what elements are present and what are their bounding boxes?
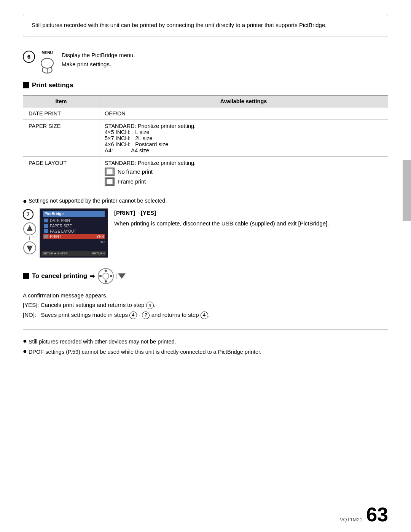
cancel-desc-block: A confirmation message appears. [YES]: C… xyxy=(23,291,388,320)
cancel-heading-row: To cancel printing ➡ xyxy=(23,268,388,284)
bullet-note1: ● Settings not supported by the printer … xyxy=(23,198,388,204)
bottom-note2-text: DPOF settings (P.59) cannot be used whil… xyxy=(29,348,261,356)
frame-text: Frame print xyxy=(118,179,146,185)
screen-item-page-layout: PAGE LAYOUT xyxy=(43,229,105,234)
svg-point-14 xyxy=(105,280,107,283)
bottom-bullet2-icon: ● xyxy=(23,348,27,355)
heading-square-icon xyxy=(23,82,29,88)
screen-item-print: PRINT YES xyxy=(43,234,105,239)
print-arrow-text: [PRINT]→[YES] xyxy=(114,209,156,216)
bottom-note1-text: Still pictures recorded with other devic… xyxy=(29,337,176,346)
svg-marker-10 xyxy=(27,246,33,252)
svg-rect-2 xyxy=(105,168,114,175)
col-settings-header: Available settings xyxy=(99,95,388,107)
page: Still pictures recorded with this unit c… xyxy=(0,0,411,532)
step7-circle: 7 xyxy=(23,209,33,220)
step6-circle: 6 xyxy=(23,51,35,63)
bullet-icon: ● xyxy=(23,198,27,204)
print-settings-heading-row: Print settings xyxy=(23,81,388,89)
no-frame-icon xyxy=(105,168,115,176)
page-layout-standard: STANDARD: Prioritize printer setting. xyxy=(105,160,382,166)
intro-box: Still pictures recorded with this unit c… xyxy=(23,14,388,37)
menu-label: MENU xyxy=(41,51,53,55)
settings-table: Item Available settings DATE PRINT OFF/O… xyxy=(23,95,388,189)
screen-no: NO xyxy=(43,240,105,244)
cancel-square-icon xyxy=(23,273,29,279)
svg-point-15 xyxy=(99,275,102,277)
step-num-7: 7 xyxy=(142,312,150,319)
svg-rect-6 xyxy=(107,179,112,184)
cancel-line1: A confirmation message appears. xyxy=(23,291,388,300)
item-page-layout: PAGE LAYOUT xyxy=(23,157,99,189)
table-row: PAGE LAYOUT STANDARD: Prioritize printer… xyxy=(23,157,388,189)
note1-text: Settings not supported by the printer ca… xyxy=(29,198,167,204)
svg-marker-8 xyxy=(27,225,33,231)
cancel-line3: [NO]: Saves print settings made in steps… xyxy=(23,310,388,320)
svg-marker-17 xyxy=(118,273,126,279)
svg-point-16 xyxy=(110,275,112,277)
step7-container: 7 PictBridge DATE PRI xyxy=(23,208,388,258)
print-step-text: [PRINT]→[YES] When printing is complete,… xyxy=(114,208,329,228)
settings-date-print: OFF/ON xyxy=(99,107,388,120)
right-tab xyxy=(403,160,411,221)
settings-paper-size: STANDARD: Prioritize printer setting. 4×… xyxy=(99,120,388,157)
col-item-header: Item xyxy=(23,95,99,107)
item-paper-size: PAPER SIZE xyxy=(23,120,99,157)
page-divider xyxy=(23,329,388,330)
date-print-icon xyxy=(44,219,48,222)
hand-menu-icon xyxy=(38,56,56,74)
page-layout-screen-icon xyxy=(44,229,48,233)
nav-circle-icon xyxy=(23,222,37,236)
print-icon xyxy=(44,235,48,238)
step6-line1: Display the PictBridge menu. xyxy=(62,51,135,60)
step6-row: 6 MENU Display the PictBridge menu. Make… xyxy=(23,51,388,74)
step-num-4b: 4 xyxy=(129,312,137,319)
bottom-note1-line: ● Still pictures recorded with other dev… xyxy=(23,337,388,346)
table-row: DATE PRINT OFF/ON xyxy=(23,107,388,120)
cancel-heading-text: To cancel printing xyxy=(32,272,87,280)
svg-point-0 xyxy=(41,58,53,68)
screen-header: PictBridge xyxy=(43,211,105,217)
screen-item-date-print: DATE PRINT xyxy=(43,218,105,223)
footer-page-number: 63 xyxy=(366,505,388,524)
screen-bottom-right: RETURN xyxy=(92,252,105,255)
arrow-right-icon: ➡ xyxy=(89,272,95,280)
svg-rect-3 xyxy=(107,169,113,174)
table-row: PAPER SIZE STANDARD: Prioritize printer … xyxy=(23,120,388,157)
print-desc: When printing is complete, disconnect th… xyxy=(114,219,329,228)
bottom-bullet1-icon: ● xyxy=(23,337,27,344)
footer-code: VQT1M21 xyxy=(340,517,362,522)
settings-page-layout: STANDARD: Prioritize printer setting. No… xyxy=(99,157,388,189)
screen-yes: YES xyxy=(96,235,104,239)
step6-text: Display the PictBridge menu. Make print … xyxy=(62,51,135,69)
screen-mockup: PictBridge DATE PRINT PAPER SIZE PAGE LA… xyxy=(40,208,108,258)
step-num-4c: 4 xyxy=(201,312,208,319)
no-frame-text: No frame print xyxy=(118,169,153,175)
item-date-print: DATE PRINT xyxy=(23,107,99,120)
step6-line2: Make print settings. xyxy=(62,60,135,69)
frame-icon xyxy=(105,177,115,186)
screen-bottom-bar: SETUP ➜ ENTER RETURN xyxy=(41,251,106,256)
step-num-4a: 4 xyxy=(146,302,154,309)
bottom-note2-line: ● DPOF settings (P.59) cannot be used wh… xyxy=(23,348,388,356)
page-footer: VQT1M21 63 xyxy=(340,505,388,524)
nav-circle-down-icon xyxy=(23,241,37,255)
svg-point-12 xyxy=(103,273,109,279)
paper-size-icon xyxy=(44,224,48,228)
down-arrow-icon xyxy=(118,273,126,279)
bottom-notes: ● Still pictures recorded with other dev… xyxy=(23,337,388,358)
joystick-icon xyxy=(97,268,114,284)
screen-bottom-left: SETUP ➜ ENTER xyxy=(43,252,68,255)
screen-item-paper-size: PAPER SIZE xyxy=(43,224,105,228)
print-settings-heading: Print settings xyxy=(32,81,73,89)
intro-text: Still pictures recorded with this unit c… xyxy=(32,21,379,30)
cancel-line2: [YES]: Cancels print settings and return… xyxy=(23,300,388,310)
svg-point-13 xyxy=(105,270,107,272)
